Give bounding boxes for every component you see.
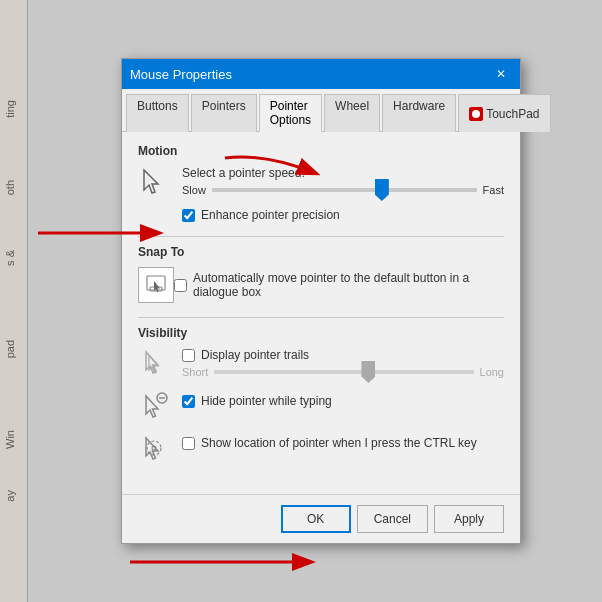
tab-pointer-options[interactable]: Pointer Options: [259, 94, 322, 132]
svg-marker-0: [144, 170, 158, 193]
tab-wheel[interactable]: Wheel: [324, 94, 380, 132]
tab-buttons[interactable]: Buttons: [126, 94, 189, 132]
motion-section-title: Motion: [138, 144, 504, 158]
speed-label: Select a pointer speed:: [182, 166, 504, 180]
short-label: Short: [182, 366, 208, 378]
title-bar: Mouse Properties ✕: [122, 59, 520, 89]
motion-section: Motion Select a pointer speed: Slow Fast: [138, 144, 504, 222]
svg-marker-6: [146, 396, 158, 417]
pointer-trails-row: Display pointer trails Short Long: [138, 348, 504, 384]
speed-slider-row: Slow Fast: [182, 184, 504, 196]
snap-to-section-title: Snap To: [138, 245, 504, 259]
snap-to-controls: Automatically move pointer to the defaul…: [174, 271, 504, 303]
hide-typing-checkbox[interactable]: [182, 395, 195, 408]
dialog-content: Motion Select a pointer speed: Slow Fast: [122, 132, 520, 494]
slow-label: Slow: [182, 184, 206, 196]
snap-to-checkbox-row: Automatically move pointer to the defaul…: [174, 271, 504, 299]
show-ctrl-icon: [138, 432, 174, 468]
apply-button[interactable]: Apply: [434, 505, 504, 533]
show-ctrl-checkbox-row: Show location of pointer when I press th…: [182, 436, 504, 450]
hide-typing-label[interactable]: Hide pointer while typing: [201, 394, 332, 408]
tabs-bar: Buttons Pointers Pointer Options Wheel H…: [122, 89, 520, 132]
snap-to-label[interactable]: Automatically move pointer to the defaul…: [193, 271, 504, 299]
display-trails-label[interactable]: Display pointer trails: [201, 348, 309, 362]
visibility-section-title: Visibility: [138, 326, 504, 340]
snap-to-icon: [138, 267, 174, 303]
enhance-precision-row: Enhance pointer precision: [138, 208, 504, 222]
cancel-button[interactable]: Cancel: [357, 505, 428, 533]
visibility-section: Visibility Display pointer trails Short: [138, 326, 504, 468]
show-ctrl-controls: Show location of pointer when I press th…: [182, 436, 504, 454]
motion-icon: [138, 166, 174, 202]
show-ctrl-checkbox[interactable]: [182, 437, 195, 450]
motion-controls: Select a pointer speed: Slow Fast: [182, 166, 504, 196]
trails-icon: [138, 348, 174, 384]
mouse-properties-dialog: Mouse Properties ✕ Buttons Pointers Poin…: [121, 58, 521, 544]
long-label: Long: [480, 366, 504, 378]
snap-to-row: Automatically move pointer to the defaul…: [138, 267, 504, 303]
show-ctrl-label[interactable]: Show location of pointer when I press th…: [201, 436, 477, 450]
enhance-precision-checkbox[interactable]: [182, 209, 195, 222]
trails-controls: Display pointer trails Short Long: [182, 348, 504, 378]
display-trails-checkbox[interactable]: [182, 349, 195, 362]
dialog-footer: OK Cancel Apply: [122, 494, 520, 543]
hide-typing-icon: [138, 390, 174, 426]
trails-slider-row: Short Long: [182, 366, 504, 378]
tab-pointers[interactable]: Pointers: [191, 94, 257, 132]
close-button[interactable]: ✕: [490, 65, 512, 83]
fast-label: Fast: [483, 184, 504, 196]
ok-button[interactable]: OK: [281, 505, 351, 533]
show-ctrl-row: Show location of pointer when I press th…: [138, 432, 504, 468]
snap-to-section: Snap To Automatically move pointer to th…: [138, 245, 504, 303]
motion-speed-row: Select a pointer speed: Slow Fast: [138, 166, 504, 202]
hide-typing-row: Hide pointer while typing: [138, 390, 504, 426]
touchpad-brand-icon: [469, 107, 483, 121]
enhance-precision-label[interactable]: Enhance pointer precision: [201, 208, 340, 222]
speed-slider[interactable]: [212, 188, 477, 192]
hide-typing-controls: Hide pointer while typing: [182, 394, 504, 412]
tab-hardware[interactable]: Hardware: [382, 94, 456, 132]
trails-checkbox-row: Display pointer trails: [182, 348, 504, 362]
hide-typing-checkbox-row: Hide pointer while typing: [182, 394, 504, 408]
tab-touchpad[interactable]: TouchPad: [458, 94, 550, 132]
trails-slider[interactable]: [214, 370, 473, 374]
title-bar-controls: ✕: [490, 65, 512, 83]
snap-to-checkbox[interactable]: [174, 279, 187, 292]
dialog-title: Mouse Properties: [130, 67, 232, 82]
